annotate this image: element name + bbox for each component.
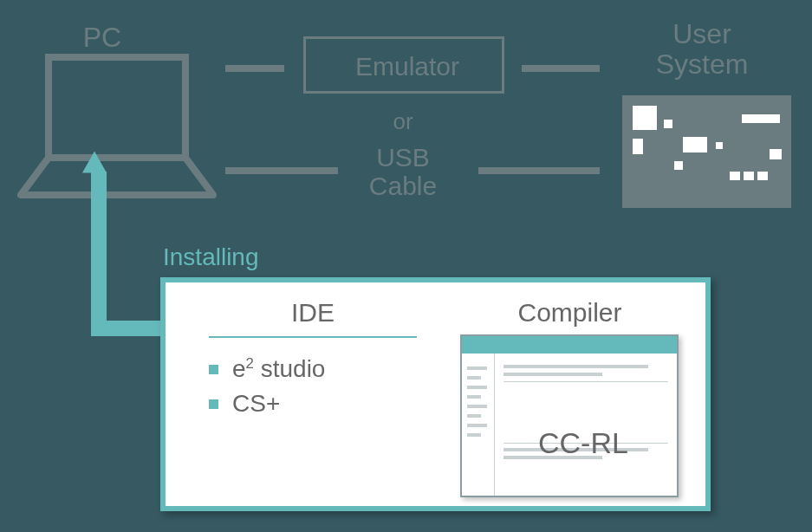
installing-label: Installing	[163, 243, 259, 271]
window-titlebar	[462, 336, 677, 354]
ide-item-csplus: CS+	[209, 390, 417, 418]
window-sidebar	[462, 354, 495, 496]
svg-marker-13	[82, 151, 107, 172]
connector-pc-emulator	[225, 65, 284, 72]
ide-column: IDE e2 studio CS+	[166, 282, 434, 506]
ide-item-label: e2 studio	[232, 355, 325, 383]
usb-cable-label: USBCable	[355, 143, 451, 200]
svg-rect-0	[49, 57, 185, 158]
connector-usb-board	[478, 167, 600, 174]
svg-rect-12	[770, 149, 782, 159]
installing-panel: IDE e2 studio CS+ Compiler	[160, 277, 711, 511]
ide-title: IDE	[209, 298, 417, 328]
emulator-label: Emulator	[329, 52, 485, 81]
circuit-board-icon	[622, 95, 791, 208]
svg-rect-3	[633, 139, 643, 154]
or-label: or	[377, 108, 429, 135]
install-arrow-stem-vertical	[91, 172, 107, 336]
ide-list: e2 studio CS+	[209, 355, 417, 418]
svg-rect-2	[633, 106, 657, 130]
window-content: CC-RL	[495, 354, 677, 496]
svg-rect-11	[757, 172, 768, 180]
compiler-title: Compiler	[451, 298, 688, 328]
svg-rect-8	[742, 114, 780, 123]
svg-rect-7	[674, 161, 683, 170]
usb-cable-text: USBCable	[369, 143, 437, 200]
user-system-label: UserSystem	[624, 19, 780, 80]
pc-label: PC	[59, 22, 146, 54]
svg-rect-5	[683, 137, 707, 152]
ide-item-label: CS+	[232, 390, 280, 418]
bullet-icon	[209, 365, 218, 374]
install-arrow-stem-horizontal	[91, 321, 160, 336]
connector-pc-usb	[225, 167, 338, 174]
bullet-icon	[209, 399, 218, 409]
svg-rect-10	[744, 172, 754, 180]
laptop-icon	[17, 52, 217, 204]
svg-rect-6	[716, 142, 723, 149]
ide-item-e2studio: e2 studio	[209, 355, 417, 383]
user-system-text: UserSystem	[656, 18, 749, 80]
compiler-window-icon: CC-RL	[460, 334, 679, 497]
compiler-column: Compiler CC-RL	[434, 282, 705, 506]
connector-emulator-board	[522, 65, 600, 72]
compiler-name: CC-RL	[538, 426, 628, 460]
svg-rect-4	[664, 120, 672, 128]
ide-divider	[209, 336, 417, 338]
svg-rect-9	[730, 172, 740, 180]
